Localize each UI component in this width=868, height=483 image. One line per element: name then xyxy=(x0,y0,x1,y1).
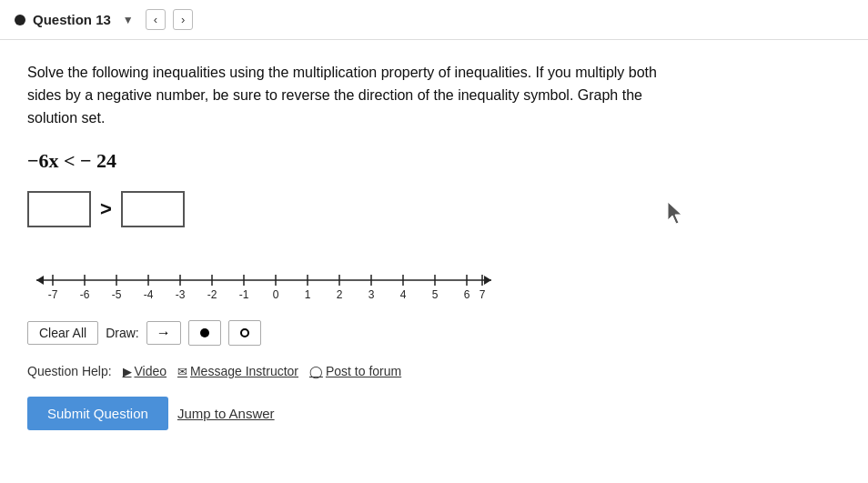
svg-text:-3: -3 xyxy=(176,288,186,301)
svg-text:1: 1 xyxy=(305,288,311,301)
video-label: Video xyxy=(135,364,167,378)
help-label: Question Help: xyxy=(27,364,112,378)
answer-row: > xyxy=(27,191,841,227)
filled-dot-icon xyxy=(200,328,209,337)
question-dropdown-button[interactable]: ▼ xyxy=(118,12,138,28)
forum-icon: ◯ xyxy=(309,365,323,378)
next-question-button[interactable]: › xyxy=(173,9,193,30)
number-line-svg: -7 -6 -5 -4 -3 -2 -1 xyxy=(27,258,500,302)
question-text: Solve the following inequalities using t… xyxy=(27,62,682,129)
bottom-buttons: Submit Question Jump to Answer xyxy=(27,397,841,430)
open-circle-icon xyxy=(240,328,249,337)
video-icon: ▶ xyxy=(123,365,132,378)
number-line-container: -7 -6 -5 -4 -3 -2 -1 xyxy=(27,249,841,306)
jump-to-answer-button[interactable]: Jump to Answer xyxy=(177,406,275,421)
post-forum-link[interactable]: ◯ Post to forum xyxy=(309,364,401,378)
question-dot-icon xyxy=(15,15,25,25)
question-label: Question 13 xyxy=(33,12,111,27)
draw-arrow-button[interactable]: → xyxy=(146,321,181,345)
svg-text:5: 5 xyxy=(432,288,439,301)
svg-text:-5: -5 xyxy=(112,288,122,301)
answer-symbol: > xyxy=(100,197,112,221)
svg-marker-2 xyxy=(484,276,491,285)
svg-text:-1: -1 xyxy=(239,288,249,301)
svg-text:2: 2 xyxy=(337,288,343,301)
svg-text:6: 6 xyxy=(464,288,470,301)
question-header: Question 13 ▼ ‹ › xyxy=(0,0,868,40)
svg-text:-7: -7 xyxy=(48,288,58,301)
cursor-icon xyxy=(664,200,686,226)
draw-dot-button[interactable] xyxy=(188,320,221,346)
message-icon: ✉ xyxy=(177,365,187,378)
svg-text:-2: -2 xyxy=(207,288,217,301)
draw-label: Draw: xyxy=(106,326,139,340)
draw-toolbar: Clear All Draw: → xyxy=(27,320,841,346)
forum-label: Post to forum xyxy=(326,364,401,378)
svg-text:-6: -6 xyxy=(80,288,90,301)
answer-box-left[interactable] xyxy=(27,191,91,227)
submit-question-button[interactable]: Submit Question xyxy=(27,397,168,430)
answer-box-right[interactable] xyxy=(121,191,185,227)
svg-text:-4: -4 xyxy=(144,288,154,301)
draw-circle-button[interactable] xyxy=(228,320,261,346)
message-label: Message Instructor xyxy=(190,364,298,378)
main-content: Solve the following inequalities using t… xyxy=(0,40,868,448)
svg-marker-33 xyxy=(668,202,681,224)
svg-marker-1 xyxy=(36,276,44,285)
clear-all-button[interactable]: Clear All xyxy=(27,321,98,345)
message-instructor-link[interactable]: ✉ Message Instructor xyxy=(177,364,298,378)
inequality-display: −6x < − 24 xyxy=(27,149,841,173)
prev-question-button[interactable]: ‹ xyxy=(146,9,166,30)
svg-text:0: 0 xyxy=(273,288,279,301)
cursor-area xyxy=(664,200,686,229)
video-link[interactable]: ▶ Video xyxy=(123,364,167,378)
question-help: Question Help: ▶ Video ✉ Message Instruc… xyxy=(27,364,841,378)
svg-text:3: 3 xyxy=(368,288,375,301)
svg-text:4: 4 xyxy=(400,288,407,301)
svg-text:7: 7 xyxy=(479,288,486,301)
arrow-icon: → xyxy=(156,325,171,341)
